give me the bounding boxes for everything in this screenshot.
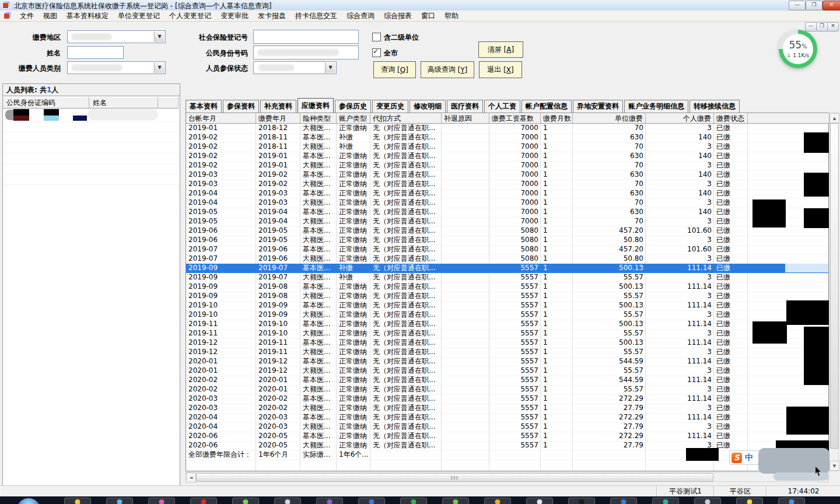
table-row[interactable]: 2020-062020-05基本医...正常缴纳无（对应普通在职...55571…: [186, 432, 828, 442]
scroll-left-icon[interactable]: ◄: [186, 473, 196, 482]
minimize-icon[interactable]: —: [789, 1, 806, 10]
scroll-up-icon[interactable]: ▲: [830, 113, 839, 123]
table-row[interactable]: 2019-072019-06大额医...正常缴纳无（对应普通在职...50801…: [186, 254, 828, 264]
table-row[interactable]: 2019-122019-11大额医...正常缴纳无（对应普通在职...55571…: [186, 348, 828, 358]
child-close-icon[interactable]: ✕: [827, 22, 839, 32]
vertical-scrollbar[interactable]: ▲ ▼: [829, 113, 839, 471]
menu-item[interactable]: 变更审批: [216, 10, 253, 21]
chevron-down-icon[interactable]: ▼: [154, 32, 164, 42]
taskbar-item[interactable]: [274, 498, 301, 504]
column-header[interactable]: 缴费月数: [541, 113, 573, 124]
taskbar-item[interactable]: [610, 498, 637, 504]
table-row[interactable]: 2019-052019-04大额医...正常缴纳无（对应普通在职...70001…: [186, 217, 828, 227]
citywide-checkbox[interactable]: ✓: [372, 48, 381, 57]
taskbar-item[interactable]: [778, 498, 805, 504]
tab-3[interactable]: 补充资料: [260, 100, 296, 113]
taskbar-item[interactable]: [358, 498, 385, 504]
tab-2[interactable]: 参保资料: [223, 100, 259, 113]
table-row[interactable]: 2019-112019-10基本医...正常缴纳无（对应普通在职...55571…: [186, 320, 828, 330]
table-row[interactable]: 2020-032020-02大额医...正常缴纳无（对应普通在职...55571…: [186, 404, 828, 414]
sogou-icon[interactable]: S: [732, 453, 742, 463]
menu-item[interactable]: 视图: [38, 10, 62, 21]
table-row[interactable]: 2019-022018-11基本医...补缴无（对应普通在职...7000163…: [186, 133, 828, 143]
taskbar-item[interactable]: [526, 498, 553, 504]
start-button[interactable]: [16, 498, 41, 504]
menu-item[interactable]: 综合报表: [379, 10, 416, 21]
table-row[interactable]: 2019-102019-09大额医...正常缴纳无（对应普通在职...55571…: [186, 310, 828, 320]
tab-5[interactable]: 参保历史: [335, 100, 371, 113]
restore-icon[interactable]: ❐: [806, 1, 822, 10]
chevron-down-icon[interactable]: ▼: [154, 62, 164, 73]
table-row[interactable]: 2020-042020-03基本医...正常缴纳无（对应普通在职...55571…: [186, 413, 828, 423]
column-header[interactable]: 单位缴费: [573, 113, 646, 124]
tab-8[interactable]: 医疗资料: [447, 100, 483, 113]
table-row[interactable]: 2019-042019-03大额医...正常缴纳无（对应普通在职...70001…: [186, 198, 828, 208]
table-row[interactable]: 2019-052019-04基本医...正常缴纳无（对应普通在职...70001…: [186, 208, 828, 218]
clear-button[interactable]: 清屏 [A]: [478, 41, 523, 58]
name-input[interactable]: [67, 46, 124, 59]
citizen-id-input[interactable]: [253, 46, 359, 60]
table-row[interactable]: 2019-122019-11基本医...正常缴纳无（对应普通在职...55571…: [186, 338, 828, 348]
taskbar-item[interactable]: [64, 498, 91, 504]
taskbar-item[interactable]: [400, 498, 427, 504]
table-row[interactable]: 2019-102019-09基本医...正常缴纳无（对应普通在职...55571…: [186, 301, 828, 311]
column-header[interactable]: 缴费状态: [714, 113, 748, 124]
taskbar-item[interactable]: [232, 498, 259, 504]
table-row[interactable]: 2019-022019-01基本医...正常缴纳无（对应普通在职...70001…: [186, 152, 828, 162]
menu-item[interactable]: 基本资料核定: [62, 10, 113, 21]
column-header[interactable]: [748, 113, 830, 124]
ime-language-indicator[interactable]: 中: [745, 453, 753, 463]
table-row[interactable]: 2019-012018-12大额医...正常缴纳无（对应普通在职...70001…: [186, 124, 828, 134]
taskbar-item[interactable]: [694, 498, 721, 504]
column-header[interactable]: 缴费年月: [256, 113, 300, 124]
column-header[interactable]: 代扣方式: [370, 113, 442, 124]
table-row[interactable]: 2019-092019-08基本医...正常缴纳无（对应普通在职...55571…: [186, 282, 828, 292]
menu-item[interactable]: 文件: [15, 10, 38, 21]
close-icon[interactable]: ✕: [822, 1, 840, 10]
vertical-scroll-thumb[interactable]: [830, 123, 839, 449]
include-sub-units-checkbox[interactable]: [372, 33, 381, 41]
column-header[interactable]: 公民身份证编码: [3, 97, 89, 108]
tab-9[interactable]: 个人工资: [484, 100, 520, 113]
person-row[interactable]: [3, 108, 180, 122]
table-row[interactable]: 2020-042020-03大额医...正常缴纳无（对应普通在职...55571…: [186, 422, 828, 432]
tab-10[interactable]: 帐户配置信息: [522, 100, 572, 113]
table-row[interactable]: 2020-022020-01基本医...正常缴纳无（对应普通在职...55571…: [186, 376, 828, 386]
menu-item[interactable]: 帮助: [440, 10, 463, 21]
insured-status-combobox[interactable]: ▼: [253, 61, 337, 74]
table-row[interactable]: 2019-022018-11大额医...补缴无（对应普通在职...7000170…: [186, 142, 828, 152]
menu-item[interactable]: 综合查询: [342, 10, 379, 21]
table-row[interactable]: 2020-012019-12基本医...正常缴纳无（对应普通在职...55571…: [186, 357, 828, 367]
child-restore-icon[interactable]: ❐: [816, 22, 828, 32]
column-header[interactable]: 台帐年月: [186, 113, 256, 124]
payer-type-combobox[interactable]: ▼: [67, 61, 166, 74]
table-row[interactable]: 2019-072019-06基本医...正常缴纳无（对应普通在职...50801…: [186, 245, 828, 255]
tab-7[interactable]: 修改明细: [410, 100, 446, 113]
table-row[interactable]: 2019-092019-07基本医...补缴无（对应普通在职...5557150…: [186, 264, 828, 274]
column-header[interactable]: 缴费工资基数: [489, 113, 541, 124]
tab-12[interactable]: 账户业务明细信息: [624, 100, 688, 113]
tab-11[interactable]: 异地安置资料: [573, 100, 623, 113]
taskbar-item[interactable]: [484, 498, 511, 504]
table-row[interactable]: 2020-012019-12大额医...正常缴纳无（对应普通在职...55571…: [186, 366, 828, 376]
taskbar-item[interactable]: [652, 498, 679, 504]
column-header[interactable]: 姓名: [89, 97, 158, 108]
taskbar-item[interactable]: [442, 498, 469, 504]
social-reg-no-input[interactable]: [253, 30, 359, 44]
table-row[interactable]: 2019-092019-08大额医...正常缴纳无（对应普通在职...55571…: [186, 292, 828, 302]
column-header[interactable]: 账户类型: [337, 113, 370, 124]
column-header[interactable]: 个人缴费: [646, 113, 714, 124]
scroll-down-icon[interactable]: ▼: [830, 461, 839, 471]
horizontal-scrollbar[interactable]: ◄ ⦀⦀⦀ ►: [186, 472, 829, 482]
taskbar-item[interactable]: [736, 498, 763, 504]
tab-13[interactable]: 转移接续信息: [690, 100, 740, 113]
child-minimize-icon[interactable]: —: [805, 22, 817, 32]
menu-item[interactable]: 单位变更登记: [113, 10, 164, 21]
pay-area-combobox[interactable]: ▼: [67, 30, 166, 43]
menu-item[interactable]: 发卡报盘: [253, 10, 290, 21]
taskbar-item[interactable]: [106, 498, 133, 504]
menu-item[interactable]: 个人变更登记: [164, 10, 216, 21]
table-row[interactable]: 2019-112019-10大额医...正常缴纳无（对应普通在职...55571…: [186, 329, 828, 339]
menu-item[interactable]: 持卡信息交互: [290, 10, 342, 21]
column-header[interactable]: [158, 97, 178, 108]
